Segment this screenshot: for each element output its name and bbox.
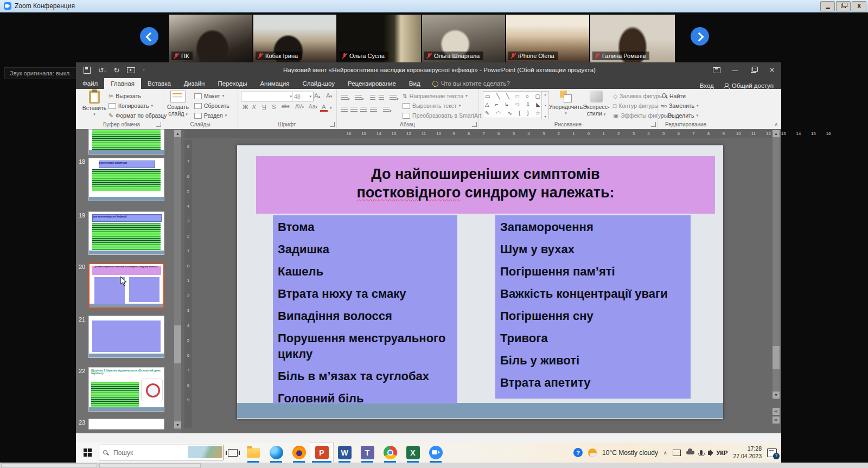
change-case-button[interactable]: Аа▾ — [307, 104, 319, 110]
grow-font-button[interactable]: А▴ — [312, 92, 322, 99]
taskbar-app-word[interactable]: W — [333, 443, 356, 463]
onedrive-icon[interactable] — [686, 451, 694, 454]
layout-button[interactable]: Макет▾ — [194, 92, 224, 100]
shape-icon[interactable]: ⌐ — [495, 101, 499, 108]
undo-icon[interactable]: ↺▾ — [98, 67, 106, 74]
pp-close-button[interactable]: ✕ — [763, 62, 781, 78]
ribbon-tab-файл[interactable]: Файл — [76, 78, 104, 89]
tell-me-box[interactable]: Что вы хотите сделать? — [427, 78, 515, 89]
thumbnail-scroll-down-button[interactable]: ▼ — [174, 421, 181, 428]
quick-styles-button[interactable]: Экспресс-стили ▾ — [582, 91, 611, 120]
shape-icon[interactable]: □ — [516, 93, 519, 100]
zoom-maximize-button[interactable] — [836, 1, 851, 11]
slide-thumbnail-23[interactable] — [88, 419, 164, 429]
find-button[interactable]: Найти — [662, 92, 686, 100]
participant-tile[interactable]: ПК — [169, 15, 252, 62]
slide-thumbnail-21[interactable] — [88, 316, 164, 358]
taskbar-search-box[interactable] — [99, 445, 224, 460]
display-tray-icon[interactable] — [673, 450, 681, 456]
next-slide-button[interactable]: ≫ — [773, 416, 780, 424]
clock[interactable]: 17:28 27.04.2023 — [733, 445, 762, 459]
ribbon-tab-вставка[interactable]: Вставка — [141, 78, 177, 89]
search-input[interactable] — [112, 448, 180, 457]
new-slide-button[interactable]: Создатьслайд ▾ — [165, 91, 191, 120]
format-painter-button[interactable]: ✎Формат по образцу — [108, 111, 167, 120]
microphone-tray-icon[interactable] — [700, 450, 703, 455]
bold-button[interactable]: Ж — [241, 104, 250, 110]
ribbon-tab-рецензирование[interactable]: Рецензирование — [341, 78, 403, 89]
font-dialog-launcher[interactable] — [330, 122, 335, 127]
share-button[interactable]: Общий доступ — [724, 82, 774, 89]
replace-button[interactable]: abЗаменить▾ — [662, 101, 699, 110]
volume-icon[interactable] — [708, 451, 711, 455]
participant-tile[interactable]: Галина Романів — [590, 15, 675, 62]
language-switcher[interactable]: УКР — [717, 450, 728, 456]
taskbar-app-zoom[interactable] — [424, 443, 447, 463]
line-spacing-button[interactable]: ▾ — [390, 93, 399, 102]
slide-thumbnail-18[interactable]: Нейрокогнітивні симптоми — [88, 158, 164, 201]
shape-icon[interactable]: ╲ — [496, 93, 500, 100]
slide-canvas[interactable]: До найпоширеніших симптомів постковідног… — [237, 145, 723, 419]
previous-participants-button[interactable] — [140, 27, 158, 46]
left-symptoms-textbox[interactable]: ВтомаЗадишкаКашельВтрата нюху та смакуВи… — [273, 215, 457, 403]
italic-button[interactable]: К — [251, 104, 258, 110]
font-color-arrow[interactable]: ▾ — [330, 106, 332, 110]
thumbnail-scroll-up-button[interactable]: ▲ — [174, 130, 181, 137]
taskbar-app-edge[interactable] — [265, 443, 288, 463]
increase-indent-button[interactable] — [379, 93, 384, 102]
columns-button[interactable]: ▾ — [383, 105, 392, 114]
show-hidden-icons-button[interactable]: ∧ — [663, 450, 667, 456]
ribbon-tab-вид[interactable]: Вид — [403, 78, 427, 89]
shape-icon[interactable]: ⇨ — [515, 101, 519, 108]
taskbar-app-chrome[interactable] — [379, 443, 401, 463]
shape-icon[interactable]: ╲ — [506, 93, 509, 100]
bullets-button[interactable]: ▾ — [341, 93, 350, 102]
align-right-button[interactable] — [360, 105, 367, 114]
decrease-indent-button[interactable] — [370, 93, 375, 102]
slide-thumbnail-22[interactable]: Щорічно 1 березня відзначається «Всесвіт… — [88, 367, 164, 412]
shape-icon[interactable]: ∿ — [507, 110, 512, 117]
shapes-gallery-scroll[interactable]: ▴▪▾ — [541, 91, 549, 119]
shape-icon[interactable]: ▭ — [485, 93, 490, 100]
task-view-button[interactable] — [224, 443, 242, 463]
start-presentation-icon[interactable] — [127, 67, 135, 73]
ribbon-tab-дизайн[interactable]: Дизайн — [177, 78, 212, 89]
shrink-font-button[interactable]: А▾ — [324, 92, 334, 99]
align-left-button[interactable] — [341, 105, 348, 114]
slide-title-textbox[interactable]: До найпоширеніших симптомів постковідног… — [256, 156, 715, 214]
shape-icon[interactable]: ○ — [526, 93, 529, 100]
slide-scroll-down-button[interactable]: ▼ — [773, 392, 780, 399]
numbering-button[interactable]: ▾ — [355, 93, 364, 102]
redo-icon[interactable]: ↻ — [113, 67, 119, 74]
arrange-button[interactable]: Упорядочить▾ — [551, 91, 580, 120]
help-icon[interactable]: ? — [573, 448, 583, 457]
participant-tile[interactable]: Кобак Ірина — [253, 15, 336, 62]
shape-icon[interactable]: ▢ — [535, 93, 540, 100]
font-name-combo[interactable]: ▾ — [241, 92, 294, 101]
next-participants-button[interactable] — [691, 27, 709, 46]
zoom-minimize-button[interactable] — [820, 1, 835, 11]
taskbar-app-teams[interactable]: T — [356, 443, 379, 463]
drawing-dialog-launcher[interactable] — [651, 122, 656, 127]
taskbar-app-folder[interactable] — [242, 443, 265, 463]
thumbnail-scrollbar[interactable] — [174, 130, 181, 429]
text-direction-button[interactable]: ⇅Направление текста▾ — [403, 92, 468, 100]
thumbnail-scrollbar-thumb[interactable] — [174, 325, 181, 363]
convert-smartart-button[interactable]: Преобразовать в SmartArt▾ — [403, 111, 486, 120]
sign-in-button[interactable]: Вход — [700, 82, 714, 89]
ribbon-tab-анимация[interactable]: Анимация — [253, 78, 296, 89]
shape-icon[interactable]: ◣ — [536, 101, 540, 108]
ribbon-tab-переходы[interactable]: Переходы — [211, 78, 253, 89]
select-button[interactable]: ▷Выделить▾ — [662, 111, 698, 120]
text-shadow-button[interactable]: S — [270, 104, 278, 110]
underline-button[interactable]: Ч — [260, 104, 268, 110]
slide-thumbnail-partial[interactable] — [88, 129, 164, 155]
shape-icon[interactable]: } — [527, 110, 528, 117]
ribbon-tab-главная[interactable]: Главная — [104, 78, 141, 89]
notification-center-button[interactable]: 7 — [767, 448, 777, 457]
participant-tile[interactable]: Ольга Сусла — [337, 15, 421, 62]
align-center-button[interactable] — [350, 105, 358, 114]
taskbar-app-powerpoint[interactable]: P — [310, 443, 333, 463]
reset-button[interactable]: Сбросить — [194, 101, 229, 110]
font-color-button[interactable]: А — [320, 104, 328, 112]
